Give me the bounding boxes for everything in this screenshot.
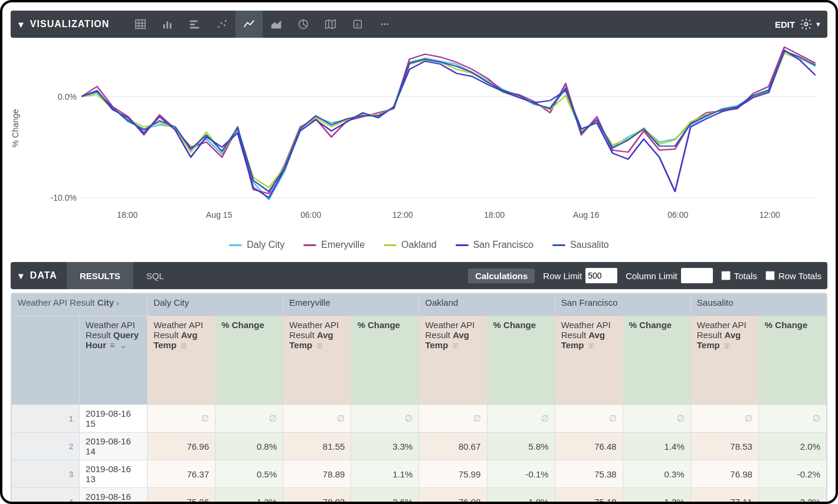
chart-plot[interactable]	[81, 46, 816, 208]
pct-change-cell[interactable]: 5.8%	[487, 433, 555, 460]
dimension-header[interactable]: Weather API Result Query Hour ≡ ⌄	[80, 316, 148, 405]
measure-avg-header[interactable]: Weather API Result Avg Temp 👁̸	[148, 316, 215, 405]
avg-temp-cell[interactable]: 75.18	[555, 488, 623, 505]
viz-type-table-icon[interactable]	[127, 11, 154, 38]
measure-pct-header[interactable]: % Change	[487, 316, 555, 405]
chart-series-san-francisco[interactable]	[81, 50, 816, 198]
measure-pct-header[interactable]: % Change	[351, 316, 419, 405]
avg-temp-cell[interactable]: 76.08	[419, 488, 487, 505]
legend-item-oakland[interactable]: Oakland	[384, 240, 437, 250]
avg-temp-cell[interactable]: 75.38	[555, 460, 623, 488]
viz-type-area-icon[interactable]	[263, 11, 290, 38]
pct-change-cell[interactable]: 0.5%	[215, 460, 283, 488]
dimension-cell[interactable]: 2019-08-16 13	[80, 460, 148, 488]
avg-temp-cell[interactable]: 75.99	[419, 460, 487, 488]
viz-type-scatter-icon[interactable]	[208, 11, 235, 38]
avg-temp-cell[interactable]: 78.89	[283, 460, 351, 488]
avg-temp-cell[interactable]: ∅	[690, 405, 758, 433]
pct-change-cell[interactable]: 1.3%	[623, 488, 690, 505]
pct-change-cell[interactable]: 1.4%	[623, 433, 690, 460]
y-axis-label: % Change	[11, 109, 20, 148]
row-limit-input[interactable]	[585, 268, 617, 283]
pct-change-cell[interactable]: ∅	[215, 405, 283, 433]
legend-swatch	[456, 244, 469, 246]
measure-avg-header[interactable]: Weather API Result Avg Temp 👁̸	[555, 316, 623, 405]
pivot-field-header[interactable]: Weather API Result City ›	[12, 294, 148, 316]
tab-results[interactable]: RESULTS	[67, 262, 133, 289]
row-limit-label: Row Limit	[543, 271, 582, 281]
pct-change-cell[interactable]: 2.6%	[351, 488, 419, 505]
pivot-value-header[interactable]: Emeryville	[283, 294, 419, 316]
viz-type-map-icon[interactable]	[317, 11, 344, 38]
viz-type-pie-icon[interactable]	[290, 11, 317, 38]
measure-pct-header[interactable]: % Change	[215, 316, 283, 405]
pct-change-cell[interactable]: 2.0%	[758, 433, 826, 460]
dimension-cell[interactable]: 2019-08-16 12	[80, 488, 148, 505]
pct-change-cell[interactable]: ∅	[758, 405, 826, 433]
legend-item-sausalito[interactable]: Sausalito	[552, 240, 609, 250]
pct-change-cell[interactable]: 2.2%	[758, 488, 826, 505]
settings-button[interactable]: ▼	[800, 18, 821, 31]
avg-temp-cell[interactable]: 78.03	[283, 488, 351, 505]
dimension-cell[interactable]: 2019-08-16 14	[80, 433, 148, 460]
measure-avg-header[interactable]: Weather API Result Avg Temp 👁̸	[690, 316, 758, 405]
chart-series-daly-city[interactable]	[81, 51, 816, 200]
dimension-cell[interactable]: 2019-08-16 15	[80, 405, 148, 433]
legend-item-daly-city[interactable]: Daly City	[229, 240, 284, 250]
measure-avg-header[interactable]: Weather API Result Avg Temp 👁̸	[419, 316, 487, 405]
edit-button[interactable]: EDIT	[775, 19, 795, 30]
measure-pct-header[interactable]: % Change	[758, 316, 826, 405]
data-collapse-toggle[interactable]: ▼	[17, 271, 25, 281]
avg-temp-cell[interactable]: 76.96	[148, 433, 215, 460]
avg-temp-cell[interactable]: 75.96	[148, 488, 215, 505]
pivot-value-header[interactable]: Sausalito	[690, 294, 826, 316]
avg-temp-cell[interactable]: 76.98	[690, 460, 758, 488]
calculations-button[interactable]: Calculations	[468, 269, 535, 283]
avg-temp-cell[interactable]: 80.67	[419, 433, 487, 460]
viz-collapse-toggle[interactable]: ▼	[17, 19, 25, 30]
viz-type-line-icon[interactable]	[235, 11, 263, 38]
viz-type-more-icon[interactable]	[371, 11, 398, 38]
pct-change-cell[interactable]: 0.3%	[623, 460, 690, 488]
avg-temp-cell[interactable]: ∅	[419, 405, 487, 433]
avg-temp-cell[interactable]: ∅	[555, 405, 623, 433]
pct-change-cell[interactable]: 1.1%	[351, 460, 419, 488]
svg-point-11	[218, 26, 220, 28]
column-limit-input[interactable]	[681, 268, 713, 283]
x-tick-label: 12:00	[392, 210, 413, 220]
legend-item-emeryville[interactable]: Emeryville	[303, 240, 365, 250]
measure-pct-header[interactable]: % Change	[623, 316, 690, 405]
viz-type-single-value-icon[interactable]: 6	[344, 11, 371, 38]
avg-temp-cell[interactable]: 76.48	[555, 433, 623, 460]
measure-avg-header[interactable]: Weather API Result Avg Temp 👁̸	[283, 316, 351, 405]
totals-checkbox[interactable]	[721, 271, 731, 280]
avg-temp-cell[interactable]: 78.53	[690, 433, 758, 460]
avg-temp-cell[interactable]: 81.55	[283, 433, 351, 460]
tab-sql[interactable]: SQL	[133, 262, 177, 289]
avg-temp-cell[interactable]: ∅	[283, 405, 351, 433]
pct-change-cell[interactable]: ∅	[351, 405, 419, 433]
pct-change-cell[interactable]: 1.2%	[215, 488, 283, 505]
pct-change-cell[interactable]: 1.0%	[487, 488, 555, 505]
svg-point-22	[384, 24, 386, 25]
avg-temp-cell[interactable]: 76.37	[148, 460, 215, 488]
chart-area: % Change 0.0%-10.0% 18:00Aug 1506:0012:0…	[11, 42, 827, 255]
pct-change-cell[interactable]: -0.2%	[758, 460, 826, 488]
pct-change-cell[interactable]: 3.3%	[351, 433, 419, 460]
viz-type-bar-icon[interactable]	[154, 11, 181, 38]
legend-label: Oakland	[401, 240, 437, 250]
avg-temp-cell[interactable]: 77.11	[690, 488, 758, 505]
row-totals-checkbox[interactable]	[765, 271, 775, 280]
pct-change-cell[interactable]: ∅	[487, 405, 555, 433]
chart-series-oakland[interactable]	[81, 53, 816, 188]
pivot-value-header[interactable]: Oakland	[419, 294, 555, 316]
viz-type-hbar-icon[interactable]	[181, 11, 208, 38]
pivot-value-header[interactable]: San Francisco	[555, 294, 690, 316]
chart-series-sausalito[interactable]	[81, 51, 816, 192]
pivot-value-header[interactable]: Daly City	[148, 294, 283, 316]
avg-temp-cell[interactable]: ∅	[148, 405, 215, 433]
pct-change-cell[interactable]: 0.8%	[215, 433, 283, 460]
pct-change-cell[interactable]: ∅	[623, 405, 690, 433]
pct-change-cell[interactable]: -0.1%	[487, 460, 555, 488]
legend-item-san-francisco[interactable]: San Francisco	[456, 240, 533, 250]
